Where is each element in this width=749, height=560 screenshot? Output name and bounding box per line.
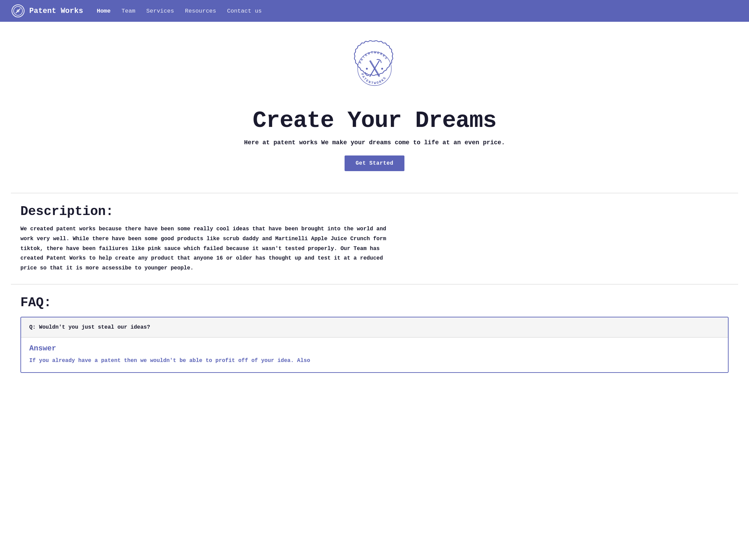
navbar: Patent Works Home Team Services Resource… [0, 0, 749, 22]
faq-answer-label: Answer [29, 344, 720, 353]
svg-text:PATENTWORKS: PATENTWORKS [359, 51, 388, 64]
nav-link-contact[interactable]: Contact us [227, 8, 262, 14]
faq-section: FAQ: Q: Wouldn't you just steal our idea… [0, 295, 749, 373]
svg-point-9 [381, 68, 383, 69]
faq-card: Q: Wouldn't you just steal our ideas? An… [20, 317, 729, 373]
nav-link-team[interactable]: Team [121, 8, 135, 14]
faq-answer-text: If you already have a patent then we wou… [29, 356, 720, 365]
description-section: Description: We created patent works bec… [0, 204, 408, 273]
svg-line-2 [16, 9, 20, 13]
faq-heading: FAQ: [20, 295, 729, 310]
nav-item-team[interactable]: Team [121, 8, 135, 14]
hero-divider [11, 193, 738, 193]
nav-link-services[interactable]: Services [146, 8, 174, 14]
nav-link-home[interactable]: Home [97, 8, 111, 14]
get-started-button[interactable]: Get Started [345, 155, 404, 171]
description-heading: Description: [20, 204, 388, 219]
nav-link-resources[interactable]: Resources [185, 8, 216, 14]
svg-point-8 [366, 68, 368, 69]
hero-title: Create Your Dreams [253, 108, 497, 134]
hero-logo-badge: PATENTWORKS PATENTWORKS [344, 38, 405, 99]
nav-links: Home Team Services Resources Contact us [97, 8, 262, 14]
faq-question: Q: Wouldn't you just steal our ideas? [21, 317, 728, 337]
faq-answer-section: Answer If you already have a patent then… [21, 337, 728, 372]
nav-item-contact[interactable]: Contact us [227, 8, 262, 14]
nav-logo-icon [11, 4, 25, 18]
nav-item-home[interactable]: Home [97, 8, 111, 14]
hero-section: PATENTWORKS PATENTWORKS Create Your Drea… [0, 22, 749, 182]
nav-item-services[interactable]: Services [146, 8, 174, 14]
brand-name: Patent Works [29, 7, 83, 15]
nav-logo[interactable]: Patent Works [11, 4, 83, 18]
nav-item-resources[interactable]: Resources [185, 8, 216, 14]
description-body: We created patent works because there ha… [20, 224, 388, 273]
description-divider [11, 284, 738, 284]
hero-subtitle: Here at patent works We make your dreams… [244, 139, 505, 146]
